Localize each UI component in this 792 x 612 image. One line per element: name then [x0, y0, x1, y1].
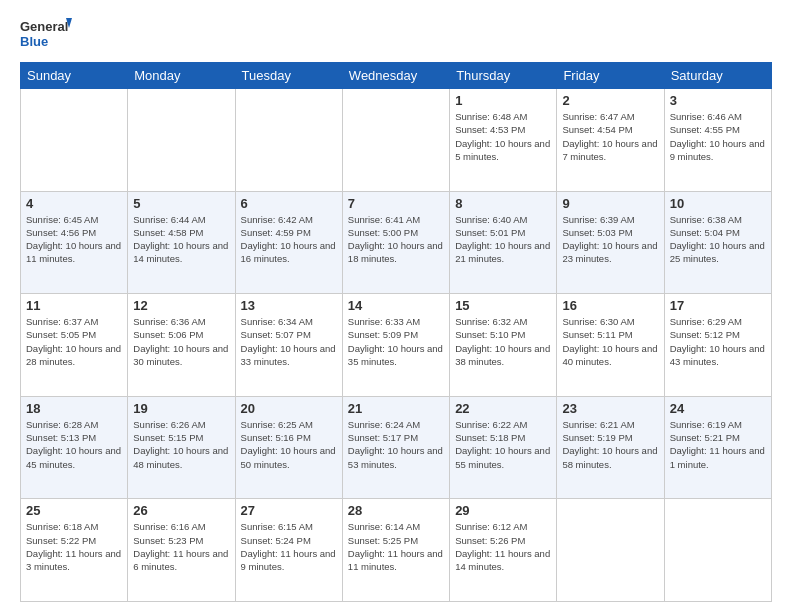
- day-info: Sunrise: 6:12 AM Sunset: 5:26 PM Dayligh…: [455, 520, 551, 573]
- day-number: 12: [133, 298, 229, 313]
- day-info: Sunrise: 6:14 AM Sunset: 5:25 PM Dayligh…: [348, 520, 444, 573]
- header-row: Sunday Monday Tuesday Wednesday Thursday…: [21, 63, 772, 89]
- col-sunday: Sunday: [21, 63, 128, 89]
- svg-text:General: General: [20, 19, 68, 34]
- calendar-cell: 1Sunrise: 6:48 AM Sunset: 4:53 PM Daylig…: [450, 89, 557, 192]
- day-info: Sunrise: 6:24 AM Sunset: 5:17 PM Dayligh…: [348, 418, 444, 471]
- col-wednesday: Wednesday: [342, 63, 449, 89]
- col-saturday: Saturday: [664, 63, 771, 89]
- calendar-cell: 28Sunrise: 6:14 AM Sunset: 5:25 PM Dayli…: [342, 499, 449, 602]
- day-number: 16: [562, 298, 658, 313]
- col-friday: Friday: [557, 63, 664, 89]
- calendar-cell: 4Sunrise: 6:45 AM Sunset: 4:56 PM Daylig…: [21, 191, 128, 294]
- day-number: 1: [455, 93, 551, 108]
- day-info: Sunrise: 6:16 AM Sunset: 5:23 PM Dayligh…: [133, 520, 229, 573]
- calendar: Sunday Monday Tuesday Wednesday Thursday…: [20, 62, 772, 602]
- day-number: 6: [241, 196, 337, 211]
- calendar-cell: [235, 89, 342, 192]
- calendar-cell: 6Sunrise: 6:42 AM Sunset: 4:59 PM Daylig…: [235, 191, 342, 294]
- logo: General Blue: [20, 16, 72, 54]
- day-info: Sunrise: 6:28 AM Sunset: 5:13 PM Dayligh…: [26, 418, 122, 471]
- day-info: Sunrise: 6:48 AM Sunset: 4:53 PM Dayligh…: [455, 110, 551, 163]
- day-number: 14: [348, 298, 444, 313]
- calendar-cell: 29Sunrise: 6:12 AM Sunset: 5:26 PM Dayli…: [450, 499, 557, 602]
- page: General Blue Sunday Monday Tuesday Wedne…: [0, 0, 792, 612]
- calendar-cell: 12Sunrise: 6:36 AM Sunset: 5:06 PM Dayli…: [128, 294, 235, 397]
- day-info: Sunrise: 6:44 AM Sunset: 4:58 PM Dayligh…: [133, 213, 229, 266]
- day-info: Sunrise: 6:37 AM Sunset: 5:05 PM Dayligh…: [26, 315, 122, 368]
- week-row-1: 1Sunrise: 6:48 AM Sunset: 4:53 PM Daylig…: [21, 89, 772, 192]
- calendar-cell: 20Sunrise: 6:25 AM Sunset: 5:16 PM Dayli…: [235, 396, 342, 499]
- day-number: 15: [455, 298, 551, 313]
- calendar-cell: 9Sunrise: 6:39 AM Sunset: 5:03 PM Daylig…: [557, 191, 664, 294]
- day-info: Sunrise: 6:32 AM Sunset: 5:10 PM Dayligh…: [455, 315, 551, 368]
- week-row-2: 4Sunrise: 6:45 AM Sunset: 4:56 PM Daylig…: [21, 191, 772, 294]
- day-number: 11: [26, 298, 122, 313]
- day-number: 2: [562, 93, 658, 108]
- calendar-cell: [342, 89, 449, 192]
- calendar-cell: 3Sunrise: 6:46 AM Sunset: 4:55 PM Daylig…: [664, 89, 771, 192]
- calendar-cell: 15Sunrise: 6:32 AM Sunset: 5:10 PM Dayli…: [450, 294, 557, 397]
- day-number: 25: [26, 503, 122, 518]
- calendar-cell: 8Sunrise: 6:40 AM Sunset: 5:01 PM Daylig…: [450, 191, 557, 294]
- calendar-cell: 18Sunrise: 6:28 AM Sunset: 5:13 PM Dayli…: [21, 396, 128, 499]
- day-info: Sunrise: 6:38 AM Sunset: 5:04 PM Dayligh…: [670, 213, 766, 266]
- day-info: Sunrise: 6:25 AM Sunset: 5:16 PM Dayligh…: [241, 418, 337, 471]
- calendar-cell: 10Sunrise: 6:38 AM Sunset: 5:04 PM Dayli…: [664, 191, 771, 294]
- calendar-cell: 17Sunrise: 6:29 AM Sunset: 5:12 PM Dayli…: [664, 294, 771, 397]
- day-info: Sunrise: 6:15 AM Sunset: 5:24 PM Dayligh…: [241, 520, 337, 573]
- day-info: Sunrise: 6:36 AM Sunset: 5:06 PM Dayligh…: [133, 315, 229, 368]
- col-thursday: Thursday: [450, 63, 557, 89]
- calendar-cell: [557, 499, 664, 602]
- day-number: 17: [670, 298, 766, 313]
- calendar-cell: 21Sunrise: 6:24 AM Sunset: 5:17 PM Dayli…: [342, 396, 449, 499]
- day-number: 26: [133, 503, 229, 518]
- day-info: Sunrise: 6:21 AM Sunset: 5:19 PM Dayligh…: [562, 418, 658, 471]
- day-info: Sunrise: 6:46 AM Sunset: 4:55 PM Dayligh…: [670, 110, 766, 163]
- day-info: Sunrise: 6:26 AM Sunset: 5:15 PM Dayligh…: [133, 418, 229, 471]
- day-number: 13: [241, 298, 337, 313]
- day-number: 4: [26, 196, 122, 211]
- calendar-cell: 2Sunrise: 6:47 AM Sunset: 4:54 PM Daylig…: [557, 89, 664, 192]
- day-number: 28: [348, 503, 444, 518]
- day-info: Sunrise: 6:34 AM Sunset: 5:07 PM Dayligh…: [241, 315, 337, 368]
- day-number: 19: [133, 401, 229, 416]
- day-info: Sunrise: 6:30 AM Sunset: 5:11 PM Dayligh…: [562, 315, 658, 368]
- day-number: 8: [455, 196, 551, 211]
- header: General Blue: [20, 16, 772, 54]
- day-number: 5: [133, 196, 229, 211]
- day-info: Sunrise: 6:41 AM Sunset: 5:00 PM Dayligh…: [348, 213, 444, 266]
- day-number: 20: [241, 401, 337, 416]
- calendar-cell: 7Sunrise: 6:41 AM Sunset: 5:00 PM Daylig…: [342, 191, 449, 294]
- day-number: 21: [348, 401, 444, 416]
- day-info: Sunrise: 6:39 AM Sunset: 5:03 PM Dayligh…: [562, 213, 658, 266]
- day-number: 23: [562, 401, 658, 416]
- week-row-4: 18Sunrise: 6:28 AM Sunset: 5:13 PM Dayli…: [21, 396, 772, 499]
- day-info: Sunrise: 6:42 AM Sunset: 4:59 PM Dayligh…: [241, 213, 337, 266]
- day-number: 9: [562, 196, 658, 211]
- calendar-cell: 19Sunrise: 6:26 AM Sunset: 5:15 PM Dayli…: [128, 396, 235, 499]
- day-info: Sunrise: 6:29 AM Sunset: 5:12 PM Dayligh…: [670, 315, 766, 368]
- calendar-cell: 24Sunrise: 6:19 AM Sunset: 5:21 PM Dayli…: [664, 396, 771, 499]
- calendar-cell: [128, 89, 235, 192]
- day-number: 18: [26, 401, 122, 416]
- day-info: Sunrise: 6:22 AM Sunset: 5:18 PM Dayligh…: [455, 418, 551, 471]
- calendar-cell: 14Sunrise: 6:33 AM Sunset: 5:09 PM Dayli…: [342, 294, 449, 397]
- logo-svg: General Blue: [20, 16, 72, 54]
- svg-text:Blue: Blue: [20, 34, 48, 49]
- col-monday: Monday: [128, 63, 235, 89]
- calendar-cell: 16Sunrise: 6:30 AM Sunset: 5:11 PM Dayli…: [557, 294, 664, 397]
- calendar-cell: [21, 89, 128, 192]
- col-tuesday: Tuesday: [235, 63, 342, 89]
- week-row-5: 25Sunrise: 6:18 AM Sunset: 5:22 PM Dayli…: [21, 499, 772, 602]
- day-info: Sunrise: 6:40 AM Sunset: 5:01 PM Dayligh…: [455, 213, 551, 266]
- day-number: 10: [670, 196, 766, 211]
- calendar-cell: 13Sunrise: 6:34 AM Sunset: 5:07 PM Dayli…: [235, 294, 342, 397]
- calendar-cell: 27Sunrise: 6:15 AM Sunset: 5:24 PM Dayli…: [235, 499, 342, 602]
- day-info: Sunrise: 6:45 AM Sunset: 4:56 PM Dayligh…: [26, 213, 122, 266]
- day-number: 7: [348, 196, 444, 211]
- calendar-cell: 23Sunrise: 6:21 AM Sunset: 5:19 PM Dayli…: [557, 396, 664, 499]
- calendar-cell: 26Sunrise: 6:16 AM Sunset: 5:23 PM Dayli…: [128, 499, 235, 602]
- day-info: Sunrise: 6:18 AM Sunset: 5:22 PM Dayligh…: [26, 520, 122, 573]
- week-row-3: 11Sunrise: 6:37 AM Sunset: 5:05 PM Dayli…: [21, 294, 772, 397]
